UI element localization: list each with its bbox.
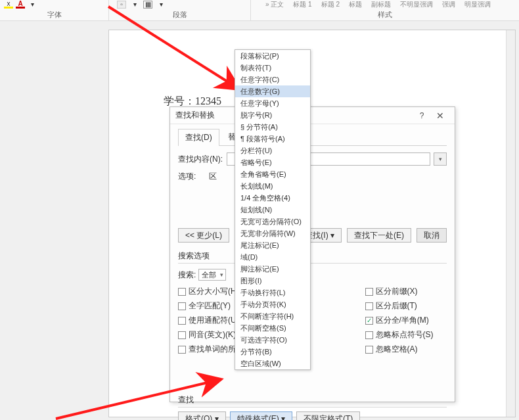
ribbon-style-label: 样式: [255, 9, 515, 20]
menu-item[interactable]: 脱字号(R): [235, 109, 310, 121]
checkbox-icon: [178, 302, 186, 310]
find-replace-dialog: 查找和替换 ? ✕ 查找(D) 替换(P) 查找内容(N): ▾ 选项: 区 <…: [169, 106, 455, 402]
borders-icon[interactable]: ▦: [143, 1, 152, 9]
menu-item[interactable]: 分节符(B): [235, 346, 310, 358]
search-direction-select[interactable]: 全部: [198, 269, 226, 281]
search-direction-label: 搜索:: [178, 269, 196, 281]
menu-item[interactable]: § 分节符(A): [235, 121, 310, 133]
ribbon-font-label: 字体: [4, 9, 104, 20]
search-options-title: 搜索选项: [178, 250, 447, 262]
format-button[interactable]: 格式(O) ▾: [178, 411, 226, 420]
checkbox-icon: [178, 317, 186, 325]
close-button[interactable]: ✕: [431, 110, 449, 121]
menu-item[interactable]: 任意字符(C): [235, 74, 310, 85]
dialog-tabs: 查找(D) 替换(P): [178, 128, 447, 146]
menu-item[interactable]: 段落标记(P): [235, 50, 310, 62]
checkbox-icon: [365, 317, 373, 325]
chevron-down-icon[interactable]: ▾: [28, 1, 37, 9]
ribbon-para-label: 段落: [113, 9, 246, 20]
style-chip[interactable]: 标题: [345, 0, 366, 9]
menu-item[interactable]: 图形(I): [235, 275, 310, 287]
checkbox-option[interactable]: 区分后缀(T): [365, 300, 447, 312]
ribbon-paragraph-group: ▫ ▾ ▦ ▾ 段落: [109, 0, 250, 20]
style-chip[interactable]: 标题 1: [289, 0, 315, 9]
menu-item[interactable]: 短划线(N): [235, 204, 310, 216]
checkbox-icon: [178, 346, 186, 354]
style-chip[interactable]: 副标题: [367, 0, 395, 9]
menu-item[interactable]: 1/4 全角空格(4): [235, 192, 310, 204]
checkbox-label: 区分全/半角(M): [376, 315, 429, 326]
checkbox-option[interactable]: 忽略空格(A): [365, 344, 447, 355]
find-section-label: 查找: [178, 394, 447, 406]
find-next-button[interactable]: 查找下一处(E): [347, 228, 411, 243]
checkbox-option[interactable]: 区分全/半角(M): [365, 315, 447, 326]
style-chip[interactable]: » 正文: [261, 0, 288, 9]
cancel-button[interactable]: 取消: [417, 228, 447, 243]
vertical-scrollbar[interactable]: [506, 30, 515, 417]
menu-item[interactable]: 长划线(M): [235, 180, 310, 192]
options-value: 区: [209, 172, 217, 181]
menu-item[interactable]: 省略号(E): [235, 156, 310, 168]
highlight-icon[interactable]: x: [4, 1, 13, 9]
checkbox-label: 区分大小写(H): [189, 286, 239, 297]
font-color-icon[interactable]: A: [16, 1, 25, 9]
menu-item[interactable]: 无宽非分隔符(W): [235, 227, 310, 239]
checkbox-option[interactable]: 区分前缀(X): [365, 286, 447, 297]
style-chip[interactable]: 标题 2: [317, 0, 344, 9]
checkbox-icon: [365, 288, 373, 296]
ribbon: x A ▾ 字体 ▫ ▾ ▦ ▾ 段落 » 正文标题 1标题 2标题副标题不明显…: [0, 0, 519, 21]
checkbox-label: 使用通配符(U): [189, 315, 239, 326]
menu-item[interactable]: 脚注标记(E): [235, 263, 310, 275]
checkbox-label: 区分前缀(X): [376, 286, 418, 297]
menu-item[interactable]: 手动分页符(K): [235, 298, 310, 310]
checkbox-label: 忽略空格(A): [376, 344, 418, 355]
checkbox-option[interactable]: 忽略标点符号(S): [365, 329, 447, 340]
tab-find[interactable]: 查找(D): [178, 129, 219, 146]
checkbox-icon: [365, 302, 373, 310]
menu-item[interactable]: 全角省略号(E): [235, 168, 310, 180]
dialog-titlebar: 查找和替换 ? ✕: [170, 107, 455, 124]
checkbox-label: 区分后缀(T): [376, 300, 417, 312]
checkbox-icon: [178, 331, 186, 339]
style-chip[interactable]: 明显强调: [461, 0, 495, 9]
menu-item[interactable]: 分栏符(U): [235, 145, 310, 156]
checkbox-icon: [178, 288, 186, 296]
style-chip[interactable]: 不明显强调: [396, 0, 437, 9]
menu-item[interactable]: 无宽可选分隔符(O): [235, 216, 310, 227]
options-label: 选项:: [178, 172, 196, 181]
ribbon-font-group: x A ▾ 字体: [0, 0, 108, 20]
menu-item[interactable]: 空白区域(W): [235, 358, 310, 369]
shading-icon[interactable]: ▫: [117, 1, 126, 9]
style-chip[interactable]: 强调: [438, 0, 459, 9]
menu-item[interactable]: 任意数字(G): [235, 85, 310, 97]
checkbox-label: 忽略标点符号(S): [376, 329, 434, 340]
ribbon-styles-group: » 正文标题 1标题 2标题副标题不明显强调强调明显强调 样式: [251, 0, 519, 20]
menu-item[interactable]: 不间断连字符(H): [235, 310, 310, 322]
less-button[interactable]: << 更少(L): [178, 228, 229, 243]
no-format-button[interactable]: 不限定格式(T): [296, 411, 360, 420]
special-format-menu: 段落标记(P)制表符(T)任意字符(C)任意数字(G)任意字母(Y)脱字号(R)…: [235, 49, 311, 370]
checkbox-label: 全字匹配(Y): [189, 300, 231, 312]
chevron-down-icon[interactable]: ▾: [156, 1, 166, 9]
menu-item[interactable]: 任意字母(Y): [235, 97, 310, 109]
menu-item[interactable]: 可选连字符(O): [235, 334, 310, 346]
menu-item[interactable]: 手动换行符(L): [235, 287, 310, 298]
find-content-dropdown-button[interactable]: ▾: [434, 152, 447, 166]
find-content-label: 查找内容(N):: [178, 154, 223, 165]
menu-item[interactable]: ¶ 段落符号(A): [235, 133, 310, 145]
menu-item[interactable]: 域(D): [235, 251, 310, 263]
checkbox-label: 同音(英文)(K): [189, 329, 236, 340]
checkbox-icon: [365, 331, 373, 339]
help-button[interactable]: ?: [413, 111, 431, 120]
checkbox-label: 查找单词的所: [189, 344, 236, 355]
menu-item[interactable]: 制表符(T): [235, 62, 310, 74]
checkbox-icon: [365, 346, 373, 354]
menu-item[interactable]: 尾注标记(E): [235, 239, 310, 251]
special-format-button[interactable]: 特殊格式(E) ▾: [230, 411, 292, 420]
chevron-down-icon[interactable]: ▾: [130, 1, 139, 9]
menu-item[interactable]: 不间断空格(S): [235, 322, 310, 334]
